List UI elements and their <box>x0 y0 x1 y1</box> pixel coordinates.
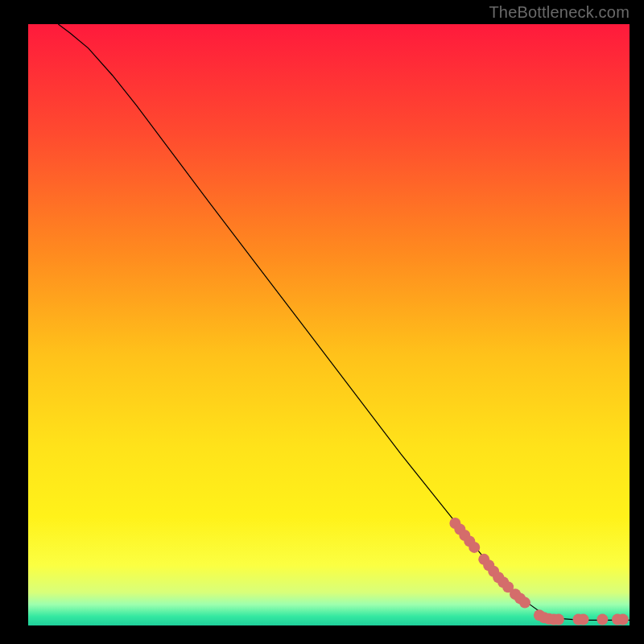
chart-svg <box>28 24 630 625</box>
data-marker <box>553 614 564 625</box>
data-marker <box>597 614 608 625</box>
gradient-background <box>28 24 630 625</box>
data-marker <box>469 542 480 553</box>
chart-frame: TheBottleneck.com <box>0 0 644 644</box>
data-marker <box>577 614 588 625</box>
data-marker <box>617 614 629 625</box>
watermark-text: TheBottleneck.com <box>489 3 630 22</box>
data-marker <box>519 597 530 609</box>
plot-area <box>28 24 630 625</box>
